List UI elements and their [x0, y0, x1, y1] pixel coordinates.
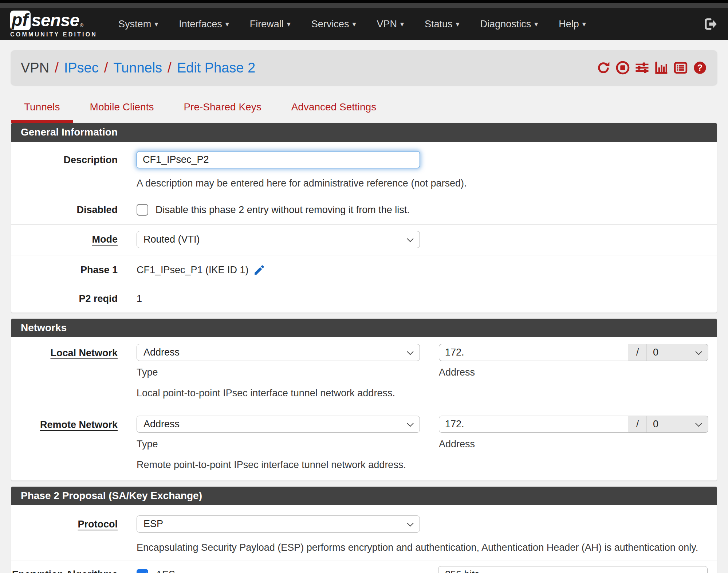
- section-title: Phase 2 Proposal (SA/Key Exchange): [11, 487, 717, 505]
- chevron-down-icon: ▾: [287, 20, 291, 28]
- row-remote-network: Remote Network Address Type / 0: [11, 409, 717, 480]
- nav-item-system[interactable]: System ▾: [118, 19, 158, 30]
- breadcrumb-bar: VPN / IPsec / Tunnels / Edit Phase 2: [11, 50, 717, 85]
- chevron-down-icon: ▾: [225, 20, 229, 28]
- phase1-label: Phase 1: [11, 264, 118, 276]
- panel-general-information: General Information Description A descri…: [11, 123, 717, 313]
- local-network-type-caption: Type: [137, 367, 420, 378]
- edit-pencil-icon[interactable]: [253, 264, 265, 276]
- description-help: A description may be entered here for ad…: [137, 178, 708, 189]
- nav-item-interfaces[interactable]: Interfaces ▾: [179, 19, 229, 30]
- row-protocol: Protocol ESP Encapsulating Security Payl…: [11, 505, 717, 561]
- sliders-icon[interactable]: [635, 60, 649, 75]
- aes-keylen-select[interactable]: 256 bits: [438, 566, 708, 573]
- aes-keylen-value: 256 bits: [445, 569, 480, 573]
- description-input[interactable]: [137, 151, 420, 168]
- local-network-prefix-select[interactable]: 0: [646, 344, 708, 361]
- nav-item-label: Services: [311, 19, 349, 30]
- tab-pre-shared-keys[interactable]: Pre-Shared Keys: [170, 98, 274, 123]
- protocol-help: Encapsulating Security Payload (ESP) per…: [137, 542, 708, 553]
- protocol-select[interactable]: ESP: [137, 515, 420, 533]
- help-icon[interactable]: ?: [693, 60, 707, 75]
- chevron-down-icon: [695, 348, 702, 355]
- chevron-down-icon: [407, 235, 413, 242]
- refresh-icon[interactable]: [596, 60, 611, 75]
- stop-circle-icon[interactable]: [615, 60, 630, 75]
- breadcrumb: VPN / IPsec / Tunnels / Edit Phase 2: [21, 60, 255, 76]
- local-network-slash-addon: /: [629, 344, 646, 361]
- chevron-down-icon: ▾: [534, 20, 538, 28]
- pfsense-logo[interactable]: pf sense ® COMMUNITY EDITION: [10, 10, 97, 38]
- breadcrumb-separator: /: [104, 60, 108, 76]
- remote-network-slash-addon: /: [629, 416, 646, 433]
- remote-network-type-value: Address: [143, 419, 180, 430]
- bar-chart-icon[interactable]: [654, 60, 669, 75]
- nav-item-label: VPN: [377, 19, 397, 30]
- nav-item-label: Diagnostics: [480, 19, 531, 30]
- chevron-down-icon: ▾: [154, 20, 158, 28]
- chevron-down-icon: [407, 420, 413, 427]
- p2-reqid-value: 1: [137, 293, 708, 305]
- chevron-down-icon: [695, 420, 702, 427]
- mode-select[interactable]: Routed (VTI): [137, 231, 420, 248]
- local-network-prefix-value: 0: [653, 347, 658, 358]
- local-network-label: Local Network: [11, 344, 118, 399]
- local-network-help: Local point-to-point IPsec interface tun…: [137, 388, 708, 399]
- page-tabs: Tunnels Mobile Clients Pre-Shared Keys A…: [11, 98, 717, 123]
- nav-item-label: Help: [559, 19, 579, 30]
- chevron-down-icon: ▾: [400, 20, 404, 28]
- nav-item-status[interactable]: Status ▾: [425, 19, 460, 30]
- description-label: Description: [11, 151, 118, 189]
- top-navbar: pf sense ® COMMUNITY EDITION System ▾ In…: [0, 8, 728, 40]
- sign-out-icon[interactable]: [703, 16, 718, 32]
- nav-item-services[interactable]: Services ▾: [311, 19, 356, 30]
- nav-item-label: Status: [425, 19, 453, 30]
- nav-item-help[interactable]: Help ▾: [559, 19, 586, 30]
- row-encryption-aes: Encryption Algorithms AES 256 bits: [11, 561, 717, 573]
- remote-network-help: Remote point-to-point IPsec interface tu…: [137, 459, 708, 471]
- remote-network-type-select[interactable]: Address: [137, 416, 420, 433]
- window-title-strip: [0, 3, 728, 8]
- row-phase1: Phase 1 CF1_IPsec_P1 (IKE ID 1): [11, 255, 717, 285]
- tab-mobile-clients[interactable]: Mobile Clients: [77, 98, 167, 123]
- breadcrumb-tunnels-link[interactable]: Tunnels: [113, 60, 162, 76]
- logo-sense: sense: [31, 10, 79, 30]
- local-network-type-select[interactable]: Address: [137, 344, 420, 361]
- logo-pf: pf: [10, 11, 31, 30]
- breadcrumb-separator: /: [168, 60, 172, 76]
- chevron-down-icon: ▾: [456, 20, 460, 28]
- chevron-down-icon: [694, 570, 701, 573]
- remote-network-prefix-select[interactable]: 0: [646, 416, 708, 433]
- local-network-address-input[interactable]: [439, 344, 629, 361]
- nav-item-label: System: [118, 19, 151, 30]
- p2-reqid-label: P2 reqid: [11, 293, 118, 305]
- breadcrumb-edit-phase2-link[interactable]: Edit Phase 2: [177, 60, 255, 76]
- remote-network-address-input[interactable]: [439, 416, 629, 433]
- mode-select-value: Routed (VTI): [143, 234, 200, 245]
- breadcrumb-ipsec-link[interactable]: IPsec: [64, 60, 99, 76]
- row-p2-reqid: P2 reqid 1: [11, 285, 717, 313]
- tab-tunnels[interactable]: Tunnels: [11, 98, 73, 123]
- mode-label: Mode: [11, 234, 118, 245]
- navbar-menu: System ▾ Interfaces ▾ Firewall ▾ Service…: [118, 19, 586, 30]
- breadcrumb-separator: /: [55, 60, 59, 76]
- nav-item-firewall[interactable]: Firewall ▾: [250, 19, 291, 30]
- section-title: Networks: [11, 319, 717, 337]
- aes-checkbox[interactable]: [137, 569, 148, 573]
- section-title: General Information: [11, 123, 717, 142]
- remote-network-type-caption: Type: [137, 439, 420, 450]
- tab-advanced-settings[interactable]: Advanced Settings: [278, 98, 390, 123]
- svg-text:?: ?: [697, 63, 703, 72]
- nav-item-vpn[interactable]: VPN ▾: [377, 19, 404, 30]
- protocol-label: Protocol: [11, 515, 118, 553]
- log-list-icon[interactable]: [673, 60, 688, 75]
- row-disabled: Disabled Disable this phase 2 entry with…: [11, 195, 717, 224]
- disabled-checkbox[interactable]: [137, 204, 148, 216]
- local-network-type-value: Address: [143, 347, 180, 358]
- disabled-label: Disabled: [11, 204, 118, 216]
- local-network-address-caption: Address: [439, 367, 708, 378]
- breadcrumb-vpn: VPN: [21, 60, 49, 76]
- nav-item-diagnostics[interactable]: Diagnostics ▾: [480, 19, 538, 30]
- panel-phase2-proposal: Phase 2 Proposal (SA/Key Exchange) Proto…: [11, 486, 717, 573]
- logo-subtitle: COMMUNITY EDITION: [10, 31, 97, 38]
